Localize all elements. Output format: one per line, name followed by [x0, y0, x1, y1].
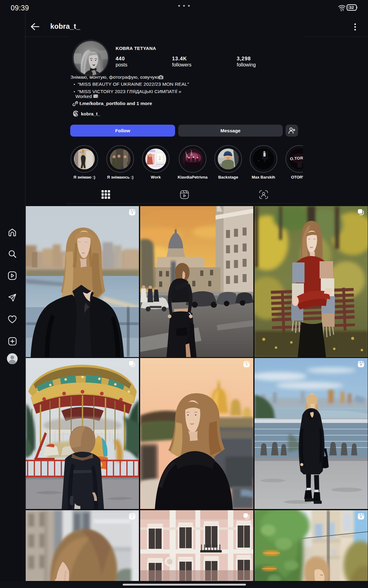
svg-text:O.TORVA: O.TORVA: [290, 155, 303, 161]
svg-text:WORK: WORK: [79, 151, 84, 153]
svg-text:32: 32: [349, 5, 354, 10]
